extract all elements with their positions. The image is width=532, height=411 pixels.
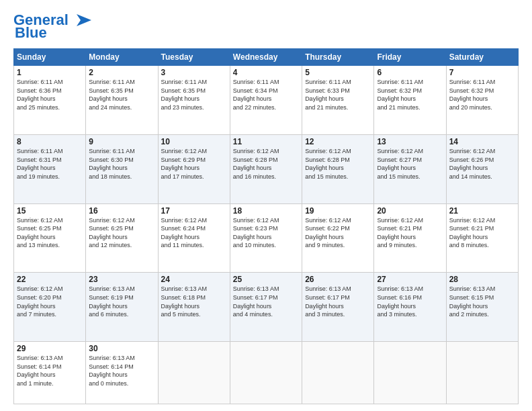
calendar-cell: 4 Sunrise: 6:11 AM Sunset: 6:34 PM Dayli… (230, 66, 302, 135)
calendar-week-row: 22 Sunrise: 6:12 AM Sunset: 6:20 PM Dayl… (14, 273, 519, 342)
day-number: 1 (17, 68, 83, 77)
day-number: 6 (377, 68, 443, 77)
cell-info: Sunrise: 6:12 AM Sunset: 6:26 PM Dayligh… (449, 147, 515, 181)
day-number: 14 (449, 137, 515, 146)
calendar-cell: 18 Sunrise: 6:12 AM Sunset: 6:23 PM Dayl… (230, 203, 302, 273)
weekday-header: Monday (86, 49, 158, 66)
calendar-cell: 28 Sunrise: 6:13 AM Sunset: 6:15 PM Dayl… (446, 273, 518, 342)
cell-info: Sunrise: 6:12 AM Sunset: 6:24 PM Dayligh… (161, 216, 227, 250)
calendar-cell (158, 342, 230, 404)
cell-info: Sunrise: 6:11 AM Sunset: 6:35 PM Dayligh… (161, 78, 227, 111)
calendar-cell: 3 Sunrise: 6:11 AM Sunset: 6:35 PM Dayli… (158, 66, 230, 135)
cell-info: Sunrise: 6:12 AM Sunset: 6:28 PM Dayligh… (305, 147, 371, 181)
cell-info: Sunrise: 6:11 AM Sunset: 6:30 PM Dayligh… (89, 147, 154, 181)
logo-arrow-icon (70, 13, 91, 28)
day-number: 29 (17, 344, 83, 353)
day-number: 15 (17, 206, 83, 216)
weekday-header: Thursday (302, 49, 374, 66)
calendar-cell (302, 342, 374, 404)
cell-info: Sunrise: 6:11 AM Sunset: 6:35 PM Dayligh… (89, 78, 154, 111)
cell-info: Sunrise: 6:12 AM Sunset: 6:29 PM Dayligh… (161, 147, 227, 181)
day-number: 24 (161, 275, 227, 284)
calendar-cell: 15 Sunrise: 6:12 AM Sunset: 6:25 PM Dayl… (14, 203, 86, 273)
calendar-cell: 20 Sunrise: 6:12 AM Sunset: 6:21 PM Dayl… (374, 203, 446, 273)
day-number: 4 (233, 68, 299, 77)
calendar-cell: 27 Sunrise: 6:13 AM Sunset: 6:16 PM Dayl… (374, 273, 446, 342)
day-number: 21 (449, 206, 515, 216)
day-number: 8 (17, 137, 83, 146)
calendar-cell: 8 Sunrise: 6:11 AM Sunset: 6:31 PM Dayli… (14, 134, 86, 203)
day-number: 22 (17, 275, 83, 284)
day-number: 7 (449, 68, 515, 77)
calendar-week-row: 29 Sunrise: 6:13 AM Sunset: 6:14 PM Dayl… (14, 342, 519, 404)
day-number: 13 (377, 137, 443, 146)
weekday-header: Wednesday (230, 49, 302, 66)
calendar-week-row: 1 Sunrise: 6:11 AM Sunset: 6:36 PM Dayli… (14, 66, 519, 135)
cell-info: Sunrise: 6:11 AM Sunset: 6:33 PM Dayligh… (305, 78, 371, 111)
calendar-cell: 2 Sunrise: 6:11 AM Sunset: 6:35 PM Dayli… (86, 66, 158, 135)
day-number: 30 (89, 344, 154, 353)
cell-info: Sunrise: 6:13 AM Sunset: 6:18 PM Dayligh… (161, 285, 227, 318)
calendar-cell: 5 Sunrise: 6:11 AM Sunset: 6:33 PM Dayli… (302, 66, 374, 135)
day-number: 28 (449, 275, 515, 284)
day-number: 23 (89, 275, 154, 284)
cell-info: Sunrise: 6:12 AM Sunset: 6:21 PM Dayligh… (377, 216, 443, 250)
cell-info: Sunrise: 6:12 AM Sunset: 6:22 PM Dayligh… (305, 216, 371, 250)
cell-info: Sunrise: 6:12 AM Sunset: 6:23 PM Dayligh… (233, 216, 299, 250)
day-number: 16 (89, 206, 154, 216)
cell-info: Sunrise: 6:11 AM Sunset: 6:32 PM Dayligh… (449, 78, 515, 111)
logo: General Blue (13, 12, 91, 42)
day-number: 27 (377, 275, 443, 284)
cell-info: Sunrise: 6:11 AM Sunset: 6:32 PM Dayligh… (377, 78, 443, 111)
cell-info: Sunrise: 6:13 AM Sunset: 6:14 PM Dayligh… (17, 354, 83, 387)
cell-info: Sunrise: 6:12 AM Sunset: 6:28 PM Dayligh… (233, 147, 299, 181)
cell-info: Sunrise: 6:12 AM Sunset: 6:25 PM Dayligh… (17, 216, 83, 250)
calendar-header-row: SundayMondayTuesdayWednesdayThursdayFrid… (14, 49, 519, 66)
calendar-cell: 14 Sunrise: 6:12 AM Sunset: 6:26 PM Dayl… (446, 134, 518, 203)
calendar-cell: 6 Sunrise: 6:11 AM Sunset: 6:32 PM Dayli… (374, 66, 446, 135)
calendar-cell: 17 Sunrise: 6:12 AM Sunset: 6:24 PM Dayl… (158, 203, 230, 273)
calendar-cell (230, 342, 302, 404)
calendar-cell: 26 Sunrise: 6:13 AM Sunset: 6:17 PM Dayl… (302, 273, 374, 342)
day-number: 5 (305, 68, 371, 77)
calendar-cell: 29 Sunrise: 6:13 AM Sunset: 6:14 PM Dayl… (14, 342, 86, 404)
day-number: 26 (305, 275, 371, 284)
calendar-cell: 11 Sunrise: 6:12 AM Sunset: 6:28 PM Dayl… (230, 134, 302, 203)
calendar-cell: 10 Sunrise: 6:12 AM Sunset: 6:29 PM Dayl… (158, 134, 230, 203)
day-number: 9 (89, 137, 154, 146)
day-number: 11 (233, 137, 299, 146)
calendar-cell (374, 342, 446, 404)
calendar-cell: 12 Sunrise: 6:12 AM Sunset: 6:28 PM Dayl… (302, 134, 374, 203)
calendar-cell: 30 Sunrise: 6:13 AM Sunset: 6:14 PM Dayl… (86, 342, 158, 404)
calendar-week-row: 8 Sunrise: 6:11 AM Sunset: 6:31 PM Dayli… (14, 134, 519, 203)
weekday-header: Sunday (14, 49, 86, 66)
logo-blue: Blue (15, 24, 47, 42)
day-number: 3 (161, 68, 227, 77)
calendar-week-row: 15 Sunrise: 6:12 AM Sunset: 6:25 PM Dayl… (14, 203, 519, 273)
calendar-cell: 13 Sunrise: 6:12 AM Sunset: 6:27 PM Dayl… (374, 134, 446, 203)
svg-marker-0 (77, 14, 91, 26)
day-number: 17 (161, 206, 227, 216)
page: General Blue SundayMondayTuesdayWednesda… (0, 0, 532, 411)
calendar-cell: 1 Sunrise: 6:11 AM Sunset: 6:36 PM Dayli… (14, 66, 86, 135)
cell-info: Sunrise: 6:11 AM Sunset: 6:31 PM Dayligh… (17, 147, 83, 181)
cell-info: Sunrise: 6:13 AM Sunset: 6:14 PM Dayligh… (89, 354, 154, 387)
day-number: 19 (305, 206, 371, 216)
calendar-cell: 7 Sunrise: 6:11 AM Sunset: 6:32 PM Dayli… (446, 66, 518, 135)
day-number: 12 (305, 137, 371, 146)
day-number: 20 (377, 206, 443, 216)
calendar-cell: 9 Sunrise: 6:11 AM Sunset: 6:30 PM Dayli… (86, 134, 158, 203)
calendar-cell: 23 Sunrise: 6:13 AM Sunset: 6:19 PM Dayl… (86, 273, 158, 342)
calendar-cell: 19 Sunrise: 6:12 AM Sunset: 6:22 PM Dayl… (302, 203, 374, 273)
day-number: 25 (233, 275, 299, 284)
calendar-cell: 21 Sunrise: 6:12 AM Sunset: 6:21 PM Dayl… (446, 203, 518, 273)
cell-info: Sunrise: 6:11 AM Sunset: 6:34 PM Dayligh… (233, 78, 299, 111)
cell-info: Sunrise: 6:12 AM Sunset: 6:25 PM Dayligh… (89, 216, 154, 250)
weekday-header: Tuesday (158, 49, 230, 66)
cell-info: Sunrise: 6:12 AM Sunset: 6:21 PM Dayligh… (449, 216, 515, 250)
cell-info: Sunrise: 6:13 AM Sunset: 6:17 PM Dayligh… (233, 285, 299, 318)
calendar-cell: 22 Sunrise: 6:12 AM Sunset: 6:20 PM Dayl… (14, 273, 86, 342)
cell-info: Sunrise: 6:12 AM Sunset: 6:27 PM Dayligh… (377, 147, 443, 181)
day-number: 2 (89, 68, 154, 77)
calendar-table: SundayMondayTuesdayWednesdayThursdayFrid… (13, 48, 519, 404)
